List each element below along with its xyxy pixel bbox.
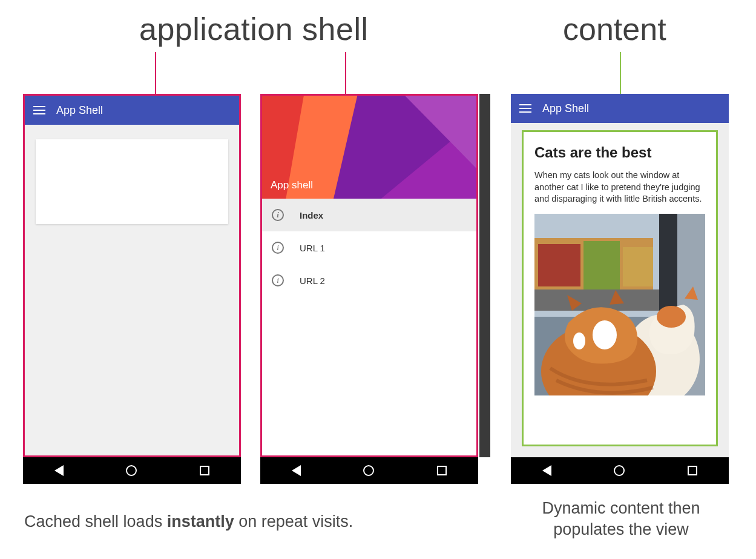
svg-rect-9 [583, 241, 620, 289]
drawer-item-url2[interactable]: i URL 2 [262, 264, 476, 297]
home-icon[interactable] [363, 465, 374, 476]
article-body: When my cats look out the window at anot… [534, 170, 705, 205]
recents-icon[interactable] [437, 466, 447, 475]
drawer-header-title: App shell [271, 179, 313, 191]
back-icon[interactable] [292, 465, 301, 476]
svg-point-18 [593, 320, 617, 349]
drawer-item-label: URL 1 [300, 243, 325, 253]
caption-text: Cached shell loads [24, 512, 167, 531]
article-title: Cats are the best [534, 144, 705, 161]
drawer-item-label: URL 2 [300, 276, 325, 286]
info-icon: i [272, 274, 284, 286]
drawer-item-label: Index [300, 210, 323, 220]
caption-shell: Cached shell loads instantly on repeat v… [24, 512, 353, 531]
home-icon[interactable] [614, 465, 625, 476]
screen: App Shell Cats are the best When my cats… [511, 94, 729, 457]
android-navbar [260, 457, 478, 484]
svg-point-19 [573, 332, 585, 349]
info-icon: i [272, 242, 284, 254]
label-application-shell: application shell [139, 11, 369, 47]
drawer-blank-area [262, 297, 476, 457]
phone-shell-drawer: App shell i Index i URL 1 i URL 2 [260, 94, 478, 485]
drawer-item-index[interactable]: i Index [262, 199, 476, 231]
label-content: content [563, 11, 666, 47]
screen: App shell i Index i URL 1 i URL 2 [260, 94, 478, 457]
info-icon: i [272, 209, 284, 221]
empty-content-card [36, 139, 228, 224]
drawer-list: i Index i URL 1 i URL 2 [262, 199, 476, 297]
menu-icon[interactable] [519, 104, 531, 113]
recents-icon[interactable] [200, 466, 209, 475]
appbar: App Shell [25, 96, 239, 125]
drawer-item-url1[interactable]: i URL 1 [262, 231, 476, 264]
screen: App Shell [23, 94, 241, 457]
drawer-header: App shell [262, 96, 476, 199]
pointer-line [345, 52, 346, 94]
pointer-line [155, 52, 156, 94]
back-icon[interactable] [54, 465, 64, 476]
caption-content: Dynamic content then populates the view [512, 498, 730, 540]
menu-icon[interactable] [33, 106, 45, 114]
phone-content: App Shell Cats are the best When my cats… [511, 94, 729, 485]
svg-rect-8 [538, 244, 580, 286]
home-icon[interactable] [126, 465, 137, 476]
phone-shell-empty: App Shell [23, 94, 241, 485]
android-navbar [23, 457, 241, 484]
caption-bold: instantly [167, 512, 234, 531]
content-card: Cats are the best When my cats look out … [522, 130, 718, 446]
svg-rect-10 [623, 247, 653, 286]
article-photo-cats [534, 214, 705, 395]
scrim-shadow [479, 94, 490, 457]
caption-text: on repeat visits. [234, 512, 353, 531]
recents-icon[interactable] [688, 466, 697, 475]
appbar-title: App Shell [542, 102, 589, 115]
appbar-title: App Shell [56, 104, 103, 117]
svg-point-15 [657, 306, 686, 328]
appbar: App Shell [511, 94, 729, 123]
back-icon[interactable] [542, 465, 551, 476]
android-navbar [511, 457, 729, 484]
